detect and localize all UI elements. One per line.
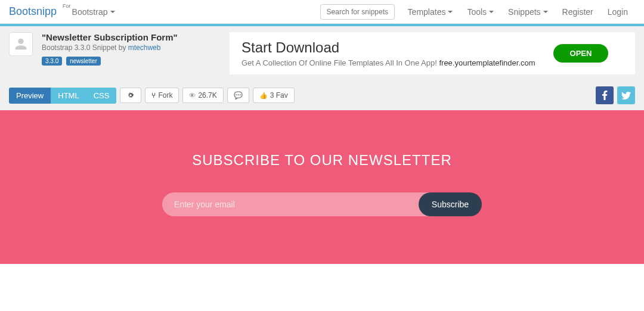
nav-tools[interactable]: Tools (460, 7, 501, 17)
caret-down-icon (489, 11, 494, 13)
fork-icon (151, 91, 156, 99)
ad-text: Start Download Get A Collection Of Onlin… (242, 39, 535, 67)
snippet-info: "Newsletter Subscription Form" Bootstrap… (42, 32, 178, 74)
snippet-subtitle: Bootstrap 3.3.0 Snippet by mtechweb (42, 43, 178, 52)
snippet-title: "Newsletter Subscription Form" (42, 32, 178, 42)
ad-banner: Start Download Get A Collection Of Onlin… (230, 32, 635, 74)
nav-register[interactable]: Register (555, 7, 600, 17)
preview-pane: SUBSCRIBE TO OUR NEWSLETTER Subscribe (0, 110, 644, 264)
tab-preview[interactable]: Preview (9, 88, 51, 104)
author-link[interactable]: mtechweb (128, 43, 161, 52)
caret-down-icon (448, 11, 453, 13)
tab-css[interactable]: CSS (86, 88, 117, 104)
tag-version[interactable]: 3.3.0 (42, 57, 62, 66)
comment-icon (234, 91, 243, 99)
subscribe-button[interactable]: Subscribe (419, 192, 482, 216)
twitter-icon (621, 92, 631, 99)
tag-newsletter[interactable]: newsletter (66, 57, 101, 66)
ad-open-button[interactable]: OPEN (553, 44, 609, 63)
facebook-icon (602, 91, 608, 100)
nav-snippets[interactable]: Snippets (501, 7, 555, 17)
comments-button[interactable] (227, 88, 249, 103)
fork-button[interactable]: Fork (145, 88, 179, 103)
share-twitter-button[interactable] (617, 86, 635, 104)
search-input[interactable] (320, 4, 395, 20)
top-navbar: Bootsnipp For Bootstrap Templates Tools … (0, 0, 644, 24)
bootstrap-dropdown-label: Bootstrap (72, 7, 108, 17)
views-count: 26.7K (182, 88, 223, 103)
eye-icon (189, 91, 196, 99)
tag-list: 3.3.0 newsletter (42, 55, 178, 65)
snippet-toolbar: Preview HTML CSS Fork 26.7K 3 Fav (0, 80, 644, 110)
tab-html[interactable]: HTML (51, 88, 86, 104)
settings-button[interactable] (120, 88, 141, 103)
email-input[interactable] (162, 192, 431, 216)
share-facebook-button[interactable] (596, 86, 614, 104)
ad-description: Get A Collection Of Online File Template… (242, 58, 535, 67)
brand-logo[interactable]: Bootsnipp (9, 5, 57, 18)
gear-icon (126, 91, 135, 99)
subscribe-form: Subscribe (0, 192, 644, 216)
user-icon (13, 36, 29, 52)
snippet-header: "Newsletter Subscription Form" Bootstrap… (0, 24, 644, 80)
bootstrap-dropdown[interactable]: Bootstrap (72, 7, 115, 17)
for-label: For (63, 3, 71, 9)
ad-title: Start Download (242, 39, 535, 56)
caret-down-icon (110, 11, 115, 13)
newsletter-heading: SUBSCRIBE TO OUR NEWSLETTER (0, 152, 644, 169)
thumb-up-icon (259, 91, 268, 99)
nav-templates[interactable]: Templates (401, 7, 460, 17)
nav-login[interactable]: Login (600, 7, 635, 17)
view-tabs: Preview HTML CSS (9, 88, 116, 104)
favorite-button[interactable]: 3 Fav (253, 88, 295, 103)
avatar[interactable] (9, 32, 33, 56)
caret-down-icon (543, 11, 548, 13)
